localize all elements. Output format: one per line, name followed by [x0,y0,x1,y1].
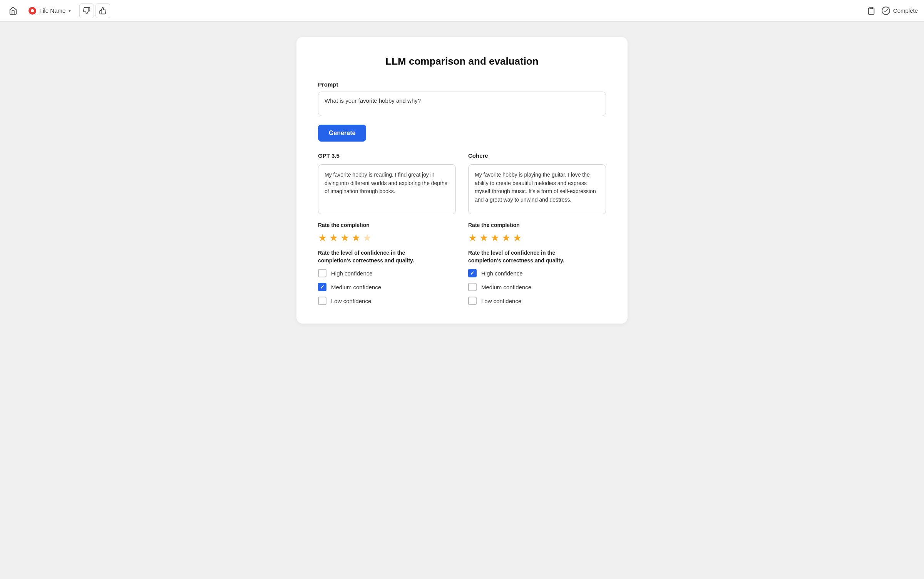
confidence-low-cohere[interactable]: Low confidence [468,297,606,305]
confidence-low-label-cohere: Low confidence [481,298,521,304]
stars-cohere: ★ ★ ★ ★ ★ [468,232,606,244]
navbar-left: File Name ▾ [6,3,867,18]
star-4-gpt35[interactable]: ★ [352,232,360,244]
confidence-medium-cohere[interactable]: Medium confidence [468,283,606,291]
prompt-section: Prompt What is your favorite hobby and w… [318,81,606,142]
star-4-cohere[interactable]: ★ [502,232,511,244]
models-grid: GPT 3.5 My favorite hobby is reading. I … [318,152,606,305]
confidence-label-cohere: Rate the level of confidence in thecompl… [468,249,606,264]
model-response-gpt35: My favorite hobby is reading. I find gre… [318,164,456,214]
confidence-medium-label-cohere: Medium confidence [481,284,531,290]
star-2-cohere[interactable]: ★ [479,232,488,244]
confidence-group-gpt35: High confidence Medium confidence Low co… [318,269,456,305]
navbar: File Name ▾ [0,0,924,22]
prompt-input[interactable]: What is your favorite hobby and why? [318,92,606,116]
home-button[interactable] [6,4,20,18]
rating-label-gpt35: Rate the completion [318,222,456,228]
checkbox-low-cohere[interactable] [468,297,477,305]
star-5-cohere[interactable]: ★ [513,232,522,244]
model-col-cohere: Cohere My favorite hobby is playing the … [468,152,606,305]
star-2-gpt35[interactable]: ★ [329,232,338,244]
feedback-buttons [79,3,110,18]
star-1-gpt35[interactable]: ★ [318,232,327,244]
chevron-down-icon: ▾ [69,8,71,13]
confidence-high-label-cohere: High confidence [481,270,523,277]
main-card: LLM comparison and evaluation Prompt Wha… [296,37,628,324]
star-3-gpt35[interactable]: ★ [340,232,349,244]
page-title: LLM comparison and evaluation [318,55,606,67]
confidence-label-gpt35: Rate the level of confidence in thecompl… [318,249,456,264]
thumbs-up-button[interactable] [95,3,110,18]
confidence-low-label-gpt35: Low confidence [331,298,371,304]
confidence-high-gpt35[interactable]: High confidence [318,269,456,277]
prompt-label: Prompt [318,81,606,88]
complete-check-icon [882,7,890,15]
model-name-gpt35: GPT 3.5 [318,152,456,159]
model-response-cohere: My favorite hobby is playing the guitar.… [468,164,606,214]
clipboard-icon [867,7,875,15]
checkbox-medium-cohere[interactable] [468,283,477,291]
confidence-medium-label-gpt35: Medium confidence [331,284,381,290]
file-name-text: File Name [39,7,65,14]
complete-label: Complete [893,7,918,14]
confidence-medium-gpt35[interactable]: Medium confidence [318,283,456,291]
rating-section-cohere: Rate the completion ★ ★ ★ ★ ★ Rate the l… [468,222,606,305]
star-1-cohere[interactable]: ★ [468,232,477,244]
rating-label-cohere: Rate the completion [468,222,606,228]
checkbox-medium-gpt35[interactable] [318,283,326,291]
confidence-low-gpt35[interactable]: Low confidence [318,297,456,305]
confidence-high-label-gpt35: High confidence [331,270,373,277]
file-name-dropdown[interactable]: File Name ▾ [25,5,75,17]
svg-rect-0 [870,7,872,8]
confidence-group-cohere: High confidence Medium confidence Low co… [468,269,606,305]
main-content: LLM comparison and evaluation Prompt Wha… [0,22,924,579]
checkbox-low-gpt35[interactable] [318,297,326,305]
stars-gpt35: ★ ★ ★ ★ ★ [318,232,456,244]
model-col-gpt35: GPT 3.5 My favorite hobby is reading. I … [318,152,456,305]
star-3-cohere[interactable]: ★ [490,232,499,244]
star-5-gpt35[interactable]: ★ [363,232,372,244]
checkbox-high-gpt35[interactable] [318,269,326,277]
thumbs-down-button[interactable] [79,3,94,18]
confidence-high-cohere[interactable]: High confidence [468,269,606,277]
complete-button[interactable]: Complete [882,7,918,15]
status-dot [28,7,36,15]
rating-section-gpt35: Rate the completion ★ ★ ★ ★ ★ Rate the l… [318,222,456,305]
model-name-cohere: Cohere [468,152,606,159]
navbar-right: Complete [867,7,918,15]
checkbox-high-cohere[interactable] [468,269,477,277]
generate-button[interactable]: Generate [318,125,366,142]
